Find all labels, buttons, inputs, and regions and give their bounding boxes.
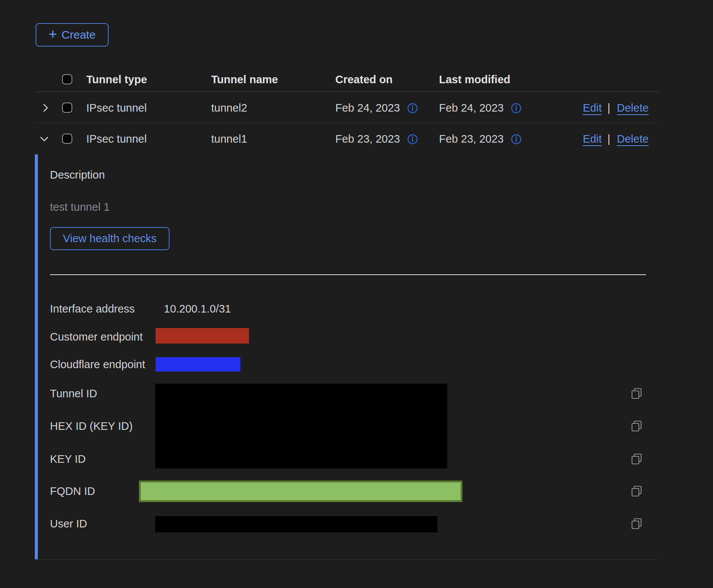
last-modified-cell: Feb 24, 2023 — [439, 101, 504, 114]
copy-icon[interactable] — [630, 387, 643, 400]
info-icon[interactable] — [511, 103, 522, 114]
view-health-checks-label: View health checks — [63, 232, 157, 245]
tunnel-hex-key-id-redacted-values — [155, 384, 447, 468]
column-header-tunnel-type: Tunnel type — [86, 73, 147, 86]
description-value: test tunnel 1 — [50, 201, 110, 213]
tunnel-type-cell: IPsec tunnel — [86, 101, 147, 114]
action-separator: | — [607, 132, 610, 145]
expand-chevron-right-icon[interactable] — [40, 103, 51, 113]
info-icon[interactable] — [407, 103, 418, 114]
copy-icon[interactable] — [630, 453, 643, 465]
collapse-chevron-down-icon[interactable] — [39, 134, 50, 144]
row-divider — [35, 559, 659, 560]
copy-icon[interactable] — [630, 420, 643, 432]
column-header-last-modified: Last modified — [439, 73, 511, 86]
column-header-created-on: Created on — [335, 73, 392, 86]
column-header-tunnel-name: Tunnel name — [211, 73, 278, 86]
fqdn-id-label: FQDN ID — [50, 485, 95, 498]
tunnel-id-label: Tunnel ID — [50, 387, 97, 400]
tunnel-name-cell: tunnel1 — [211, 132, 247, 145]
header-divider — [35, 92, 659, 92]
edit-link[interactable]: Edit — [583, 101, 602, 114]
ipsec-tunnels-page: + Create Tunnel type Tunnel name Created… — [0, 0, 713, 588]
created-on-cell: Feb 23, 2023 — [335, 132, 400, 145]
cloudflare-endpoint-redacted-value — [156, 357, 240, 372]
cloudflare-endpoint-label: Cloudflare endpoint — [50, 358, 145, 371]
select-all-checkbox[interactable] — [62, 74, 72, 84]
fqdn-id-redacted-value — [139, 481, 462, 502]
key-id-label: KEY ID — [50, 453, 86, 465]
user-id-redacted-value — [155, 516, 437, 532]
copy-icon[interactable] — [630, 485, 643, 497]
hex-id-label: HEX ID (KEY ID) — [50, 420, 133, 432]
last-modified-cell: Feb 23, 2023 — [439, 132, 504, 145]
row-checkbox[interactable] — [62, 103, 72, 113]
description-label: Description — [50, 168, 105, 181]
section-divider — [50, 274, 646, 275]
info-icon[interactable] — [511, 134, 522, 145]
create-button-label: Create — [62, 28, 96, 41]
view-health-checks-button[interactable]: View health checks — [50, 227, 170, 250]
plus-icon: + — [48, 28, 57, 40]
tunnel-type-cell: IPsec tunnel — [86, 132, 147, 145]
delete-link[interactable]: Delete — [617, 132, 649, 145]
action-separator: | — [607, 101, 610, 114]
tunnel-name-cell: tunnel2 — [211, 101, 247, 114]
created-on-cell: Feb 24, 2023 — [335, 101, 400, 114]
expanded-row-accent-bar — [35, 154, 38, 559]
customer-endpoint-redacted-value — [156, 328, 249, 344]
copy-icon[interactable] — [630, 518, 643, 530]
user-id-label: User ID — [50, 517, 87, 530]
interface-address-label: Interface address — [50, 302, 135, 315]
info-icon[interactable] — [407, 134, 418, 145]
row-divider — [35, 123, 659, 123]
create-button[interactable]: + Create — [36, 23, 109, 47]
delete-link[interactable]: Delete — [617, 101, 649, 114]
edit-link[interactable]: Edit — [583, 132, 602, 145]
customer-endpoint-label: Customer endpoint — [50, 330, 143, 343]
interface-address-value: 10.200.1.0/31 — [164, 302, 231, 315]
row-checkbox[interactable] — [62, 134, 72, 144]
